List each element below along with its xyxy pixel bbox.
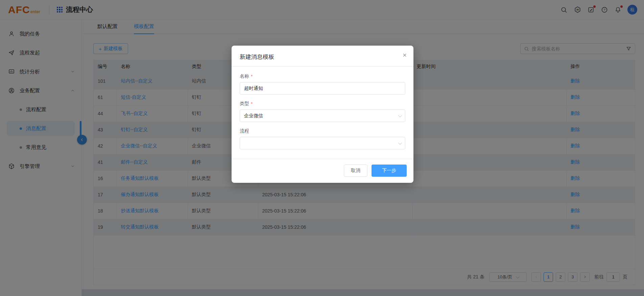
modal-footer: 取消 下一步 — [232, 159, 413, 183]
next-step-button[interactable]: 下一步 — [372, 165, 407, 177]
chevron-down-icon — [398, 141, 402, 144]
close-icon[interactable]: × — [403, 52, 407, 58]
modal-title: 新建消息模板 — [240, 54, 274, 60]
new-message-template-modal: 新建消息模板 × 名称 * 类型 * 企业微信 流程 取消 下一步 — [232, 46, 413, 183]
type-select[interactable]: 企业微信 — [240, 109, 405, 122]
type-field-label: 类型 * — [240, 101, 405, 107]
name-field[interactable] — [240, 82, 405, 95]
cancel-button[interactable]: 取消 — [344, 165, 367, 177]
process-field-label: 流程 — [240, 128, 405, 134]
chevron-down-icon — [398, 113, 402, 117]
name-field-label: 名称 * — [240, 73, 405, 79]
process-select[interactable] — [240, 137, 405, 149]
required-asterisk: * — [251, 74, 253, 79]
modal-header: 新建消息模板 × — [232, 46, 413, 67]
required-asterisk: * — [251, 101, 253, 106]
modal-body: 名称 * 类型 * 企业微信 流程 — [232, 67, 413, 159]
